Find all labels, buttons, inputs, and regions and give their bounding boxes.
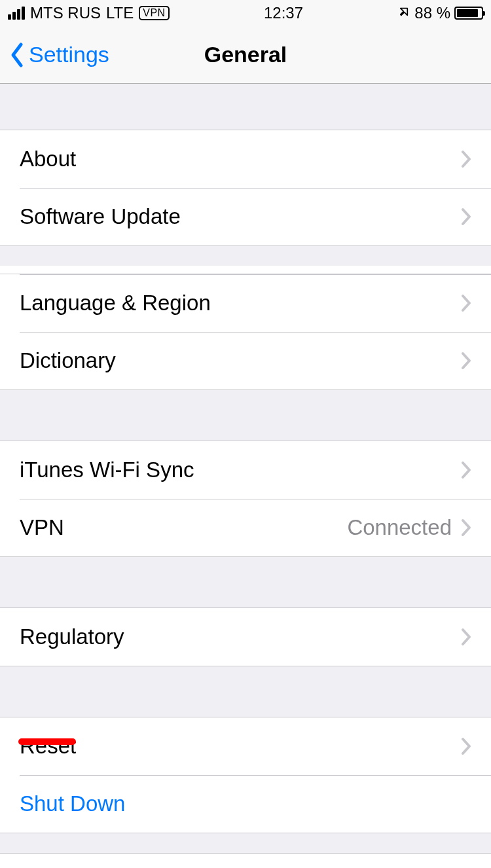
row-language-region[interactable]: Language & Region (0, 274, 491, 332)
chevron-right-icon (461, 461, 471, 479)
row-label: Regulatory (20, 624, 461, 649)
section-gap (0, 666, 491, 717)
chevron-right-icon (461, 518, 471, 537)
chevron-right-icon (461, 294, 471, 312)
status-time: 12:37 (264, 4, 303, 22)
section-gap (0, 833, 491, 853)
row-reset[interactable]: Reset (0, 717, 491, 775)
settings-group: Reset Shut Down (0, 717, 491, 833)
chevron-right-icon (461, 352, 471, 370)
row-label: About (20, 147, 461, 172)
section-gap (0, 84, 491, 130)
location-arrow-icon (397, 4, 410, 22)
settings-group: Language & Region Dictionary (0, 274, 491, 390)
section-gap (0, 557, 491, 607)
network-label: LTE (106, 4, 134, 22)
chevron-right-icon (461, 150, 471, 168)
row-label: Shut Down (20, 791, 471, 816)
section-gap (0, 246, 491, 266)
status-bar: MTS RUS LTE VPN 12:37 88 % (0, 0, 491, 26)
settings-group: About Software Update (0, 130, 491, 246)
row-dictionary[interactable]: Dictionary (0, 332, 491, 389)
vpn-badge-icon: VPN (139, 6, 169, 20)
status-left: MTS RUS LTE VPN (8, 4, 170, 22)
chevron-right-icon (461, 208, 471, 226)
row-itunes-wifi-sync[interactable]: iTunes Wi-Fi Sync (0, 441, 491, 499)
chevron-right-icon (461, 737, 471, 755)
status-right: 88 % (397, 4, 483, 22)
back-button[interactable]: Settings (0, 42, 109, 68)
section-gap (0, 390, 491, 441)
row-label: Language & Region (20, 291, 461, 316)
annotation-underline (18, 738, 76, 745)
page-title: General (204, 42, 287, 67)
back-label: Settings (29, 42, 109, 67)
nav-header: Settings General (0, 26, 491, 84)
cropped-group-edge (0, 266, 491, 274)
row-vpn[interactable]: VPN Connected (0, 499, 491, 556)
row-label: VPN (20, 515, 347, 540)
carrier-label: MTS RUS (30, 4, 101, 22)
battery-icon (454, 7, 483, 20)
row-label: iTunes Wi-Fi Sync (20, 458, 461, 482)
row-about[interactable]: About (0, 130, 491, 188)
settings-group: iTunes Wi-Fi Sync VPN Connected (0, 441, 491, 557)
settings-group: Regulatory (0, 607, 491, 666)
chevron-left-icon (9, 42, 25, 68)
chevron-right-icon (461, 628, 471, 646)
row-label: Software Update (20, 204, 461, 229)
row-label: Reset (20, 734, 461, 759)
row-software-update[interactable]: Software Update (0, 188, 491, 245)
signal-bars-icon (8, 7, 25, 20)
row-value: Connected (347, 515, 452, 540)
battery-percent-label: 88 % (414, 4, 450, 22)
row-shut-down[interactable]: Shut Down (0, 775, 491, 833)
row-label: Dictionary (20, 348, 461, 373)
cropped-group-edge (0, 853, 491, 868)
row-regulatory[interactable]: Regulatory (0, 608, 491, 666)
